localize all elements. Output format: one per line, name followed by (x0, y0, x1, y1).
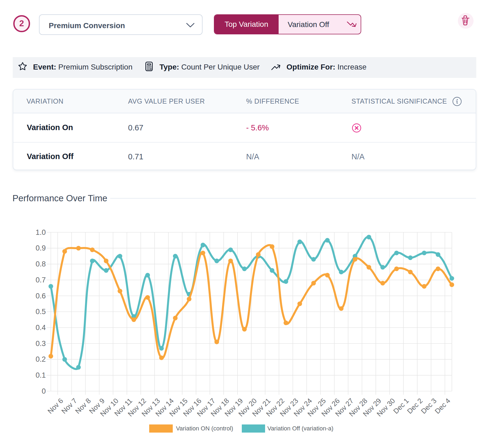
svg-text:Dec 2: Dec 2 (406, 397, 424, 415)
svg-text:0.4: 0.4 (35, 324, 46, 332)
svg-text:Nov 6: Nov 6 (46, 397, 65, 415)
svg-text:0.1: 0.1 (35, 371, 46, 379)
svg-text:0.8: 0.8 (35, 260, 46, 268)
svg-text:0: 0 (42, 387, 46, 395)
svg-text:Dec 1: Dec 1 (392, 397, 410, 415)
svg-text:0.9: 0.9 (35, 244, 46, 252)
svg-text:Dec 4: Dec 4 (433, 397, 452, 415)
svg-text:Dec 3: Dec 3 (419, 397, 438, 415)
svg-text:0.7: 0.7 (35, 276, 46, 284)
svg-text:0.6: 0.6 (35, 292, 46, 300)
svg-text:0.2: 0.2 (35, 355, 46, 363)
svg-text:0.3: 0.3 (35, 340, 46, 348)
svg-text:0.5: 0.5 (35, 308, 46, 316)
svg-text:1.0: 1.0 (35, 228, 46, 236)
svg-text:Nov 7: Nov 7 (60, 397, 79, 415)
svg-text:Nov 8: Nov 8 (74, 397, 92, 415)
